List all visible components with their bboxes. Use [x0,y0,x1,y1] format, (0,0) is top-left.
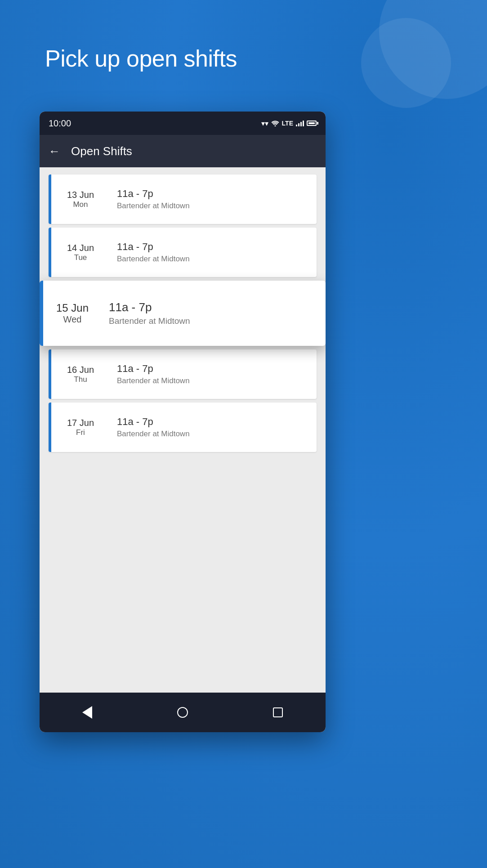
status-bar: 10:00 ▾▾ LTE [40,112,326,135]
signal-icon [296,120,304,126]
home-circle-icon [177,707,188,718]
card-wrapper-2: 14 Jun Tue 11a - 7p Bartender at Midtown [40,228,326,277]
app-bar-title: Open Shifts [71,144,132,158]
cards-container: 13 Jun Mon 11a - 7p Bartender at Midtown… [40,167,326,513]
shift-time-1: 11a - 7p [117,188,190,200]
shift-location-3: Bartender at Midtown [109,316,190,326]
wifi-icon [271,120,279,126]
shift-details-2: 11a - 7p Bartender at Midtown [110,236,197,269]
shift-card-2[interactable]: 14 Jun Tue 11a - 7p Bartender at Midtown [49,228,317,277]
date-section-4: 16 Jun Thu [51,360,110,389]
date-weekday-4: Thu [74,375,87,384]
app-bar: ← Open Shifts [40,135,326,167]
date-section-1: 13 Jun Mon [51,185,110,214]
nav-back-button[interactable] [74,699,101,726]
svg-point-0 [274,125,276,127]
card-wrapper-5: 17 Jun Fri 11a - 7p Bartender at Midtown [40,403,326,452]
bg-decoration-2 [361,18,451,108]
shift-details-5: 11a - 7p Bartender at Midtown [110,411,197,444]
date-day-4: 16 Jun [67,365,94,375]
lte-label: LTE [282,120,293,127]
date-section-5: 17 Jun Fri [51,413,110,442]
shift-details-3: 11a - 7p Bartender at Midtown [102,295,197,331]
date-weekday-5: Fri [76,428,85,437]
date-day-5: 17 Jun [67,418,94,428]
shift-card-4[interactable]: 16 Jun Thu 11a - 7p Bartender at Midtown [49,349,317,399]
card-wrapper-4: 16 Jun Thu 11a - 7p Bartender at Midtown [40,349,326,399]
nav-recent-button[interactable] [264,699,291,726]
bottom-spacer [40,456,326,510]
status-time: 10:00 [49,118,71,129]
shift-details-4: 11a - 7p Bartender at Midtown [110,358,197,391]
bottom-nav [40,693,326,732]
date-section-3: 15 Jun Wed [43,297,102,329]
back-button[interactable]: ← [49,144,60,158]
shift-time-5: 11a - 7p [117,416,190,428]
date-weekday-3: Wed [63,314,82,325]
recent-square-icon [273,707,283,717]
date-weekday-2: Tue [74,253,87,262]
date-day-1: 13 Jun [67,190,94,200]
shift-location-5: Bartender at Midtown [117,430,190,438]
shift-time-2: 11a - 7p [117,241,190,253]
card-wrapper-1: 13 Jun Mon 11a - 7p Bartender at Midtown [40,174,326,224]
phone-frame: 10:00 ▾▾ LTE [40,112,326,732]
date-day-2: 14 Jun [67,243,94,253]
blue-bar [40,281,43,346]
nav-home-button[interactable] [169,699,196,726]
battery-icon [307,121,317,126]
shift-details-1: 11a - 7p Bartender at Midtown [110,183,197,216]
shift-location-2: Bartender at Midtown [117,255,190,264]
card-wrapper-3-elevated: 15 Jun Wed 11a - 7p Bartender at Midtown [40,281,326,346]
shift-card-1[interactable]: 13 Jun Mon 11a - 7p Bartender at Midtown [49,174,317,224]
shift-card-3[interactable]: 15 Jun Wed 11a - 7p Bartender at Midtown [40,281,326,346]
shift-location-1: Bartender at Midtown [117,201,190,210]
wifi-icon: ▾▾ [261,119,268,128]
shift-time-4: 11a - 7p [117,363,190,375]
shift-location-4: Bartender at Midtown [117,376,190,385]
page-title: Pick up open shifts [45,45,237,72]
status-icons: ▾▾ LTE [261,119,317,128]
back-triangle-icon [82,706,92,719]
date-weekday-1: Mon [73,200,88,209]
date-day-3: 15 Jun [56,302,89,314]
shift-time-3: 11a - 7p [109,300,190,314]
shift-card-5[interactable]: 17 Jun Fri 11a - 7p Bartender at Midtown [49,403,317,452]
date-section-2: 14 Jun Tue [51,238,110,267]
shifts-list: 13 Jun Mon 11a - 7p Bartender at Midtown… [40,167,326,693]
